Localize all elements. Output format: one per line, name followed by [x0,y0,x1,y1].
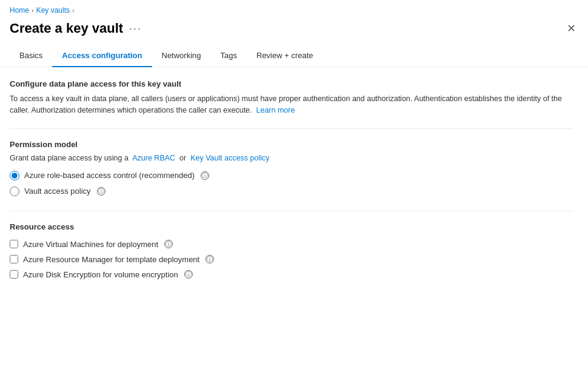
resource-access-checkboxes: Azure Virtual Machines for deployment ⓘ … [10,240,572,279]
page-title: Create a key vault [10,21,123,36]
divider-1 [10,128,572,129]
radio-item-vault: Vault access policy ⓘ [10,187,572,196]
radio-vault[interactable] [10,187,19,196]
close-button[interactable]: ✕ [564,19,578,38]
breadcrumb-sep-2: › [72,7,75,14]
checkbox-vm-label: Azure Virtual Machines for deployment [23,240,158,249]
info-icon-disk[interactable]: ⓘ [184,270,193,279]
azure-rbac-link[interactable]: Azure RBAC [132,154,175,162]
tab-networking[interactable]: Networking [152,45,211,67]
divider-2 [10,211,572,211]
main-content: Configure data plane access for this key… [0,79,582,279]
checkbox-vm[interactable] [10,240,18,248]
permission-model-title: Permission model [10,140,572,149]
breadcrumb-home[interactable]: Home [10,6,29,15]
info-icon-vm[interactable]: ⓘ [164,240,173,248]
breadcrumb-keyvaults[interactable]: Key vaults [36,6,70,15]
radio-vault-label: Vault access policy [24,187,91,196]
tab-basics[interactable]: Basics [10,45,52,67]
configure-section-title: Configure data plane access for this key… [10,79,572,88]
tab-access-configuration[interactable]: Access configuration [52,45,152,67]
radio-item-rbac: Azure role-based access control (recomme… [10,171,572,180]
resource-access-section: Resource access Azure Virtual Machines f… [10,222,572,279]
tab-review-create[interactable]: Review + create [247,45,323,67]
learn-more-link[interactable]: Learn more [256,106,295,114]
info-icon-rbac[interactable]: ⓘ [201,171,209,180]
checkbox-arm[interactable] [10,255,18,263]
more-options-icon[interactable]: ··· [129,22,142,35]
checkbox-item-vm: Azure Virtual Machines for deployment ⓘ [10,240,572,249]
permission-model-subtitle: Grant data plane access by using a Azure… [10,154,572,162]
tab-bar: Basics Access configuration Networking T… [0,45,588,67]
breadcrumb-sep-1: › [32,7,34,14]
header-left: Create a key vault ··· [10,21,142,36]
resource-access-title: Resource access [10,222,572,231]
key-vault-policy-link[interactable]: Key Vault access policy [190,154,269,162]
checkbox-arm-label: Azure Resource Manager for template depl… [23,255,199,264]
info-icon-arm[interactable]: ⓘ [205,255,214,263]
checkbox-item-arm: Azure Resource Manager for template depl… [10,255,572,264]
breadcrumb: Home › Key vaults › [0,0,588,17]
configure-section-description: To access a key vault in data plane, all… [10,93,572,116]
checkbox-item-disk: Azure Disk Encryption for volume encrypt… [10,270,572,279]
permission-radio-group: Azure role-based access control (recomme… [10,171,572,196]
configure-section: Configure data plane access for this key… [10,79,572,116]
permission-model-section: Permission model Grant data plane access… [10,140,572,196]
page-header: Create a key vault ··· ✕ [0,17,588,45]
checkbox-disk[interactable] [10,270,18,279]
tab-tags[interactable]: Tags [211,45,247,67]
radio-rbac[interactable] [10,171,19,180]
info-icon-vault[interactable]: ⓘ [97,187,105,196]
radio-rbac-label: Azure role-based access control (recomme… [24,171,195,180]
checkbox-disk-label: Azure Disk Encryption for volume encrypt… [23,270,178,279]
